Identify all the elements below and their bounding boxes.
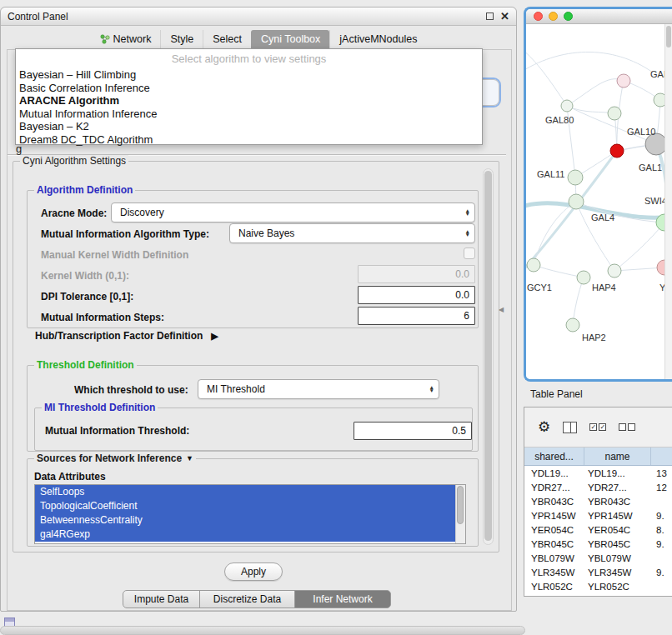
splitter-collapse-icon[interactable]: ◀ — [499, 306, 504, 313]
attribute-item-gal4rgexp[interactable]: gal4RGexp — [35, 528, 455, 542]
settings-scrollbar[interactable] — [483, 168, 494, 545]
network-graph[interactable]: GALGAL80GAL10GAL11GAL1SWI4GAL4GCY1HAP4YH… — [526, 24, 672, 379]
scrollbar-thumb[interactable] — [484, 171, 492, 541]
mi-steps-input[interactable]: 6 — [358, 307, 475, 325]
mi-threshold-definition-group: MI Threshold Definition Mutual Informati… — [34, 408, 473, 451]
which-threshold-label: Which threshold to use: — [74, 384, 188, 396]
network-edge[interactable] — [567, 79, 624, 106]
threshold-type-select[interactable]: MI Threshold ▲▼ — [198, 379, 439, 399]
table-row[interactable]: YDR27... YDR27... 12 — [524, 480, 672, 494]
expand-right-triangle-icon[interactable]: ▶ — [211, 331, 218, 342]
checked-boxes-icon[interactable]: ✓ ✓ — [589, 423, 606, 431]
table-row[interactable]: YLR052C YLR052C — [524, 579, 672, 593]
combo-stepper-icon: ▲▼ — [465, 209, 470, 217]
scrollbar-thumb[interactable] — [457, 486, 464, 524]
checked-box-icon: ✓ — [599, 423, 606, 431]
tab-style[interactable]: Style — [160, 30, 203, 49]
column-header-extra[interactable] — [651, 448, 672, 465]
node-label: GCY1 — [527, 282, 552, 292]
table-row[interactable]: YLR345W YLR345W 9. — [524, 565, 672, 579]
hub-transcription-section[interactable]: Hub/Transcription Factor Definition ▶ — [35, 330, 218, 342]
column-selector-icon[interactable] — [563, 422, 577, 433]
node-label: GAL4 — [591, 212, 614, 222]
aracne-mode-value: Discovery — [120, 207, 164, 218]
network-view-window: GALGAL80GAL10GAL11GAL1SWI4GAL4GCY1HAP4YH… — [524, 7, 672, 382]
GAL4-node[interactable] — [569, 194, 584, 209]
data-attributes-list: SelfLoops TopologicalCoefficient Between… — [34, 484, 466, 544]
unchecked-boxes-icon[interactable] — [619, 423, 635, 431]
attribute-item-selfloops[interactable]: SelfLoops — [35, 485, 455, 499]
node-label: GAL10 — [627, 127, 655, 137]
HAP4-node[interactable] — [577, 271, 590, 284]
network-node[interactable] — [561, 100, 573, 112]
algorithm-option-aracne[interactable]: ARACNE Algorithm — [16, 94, 482, 108]
control-panel-titlebar[interactable]: Control Panel ✕ — [1, 8, 516, 26]
minimize-traffic-light-icon[interactable] — [549, 12, 558, 21]
attributes-list-scrollbar[interactable] — [455, 485, 465, 543]
tab-cyni-toolbox[interactable]: Cyni Toolbox — [251, 30, 329, 49]
column-header-shared-name[interactable]: shared... — [524, 448, 584, 465]
algorithm-option-basic-correlation[interactable]: Basic Correlation Inference — [16, 82, 482, 95]
combo-stepper-icon: ▲▼ — [465, 230, 470, 238]
dpi-tolerance-label: DPI Tolerance [0,1]: — [41, 291, 133, 302]
tab-discretize-data[interactable]: Discretize Data — [199, 590, 295, 608]
table-row[interactable]: YER054C YER054C 8. — [524, 522, 672, 537]
unchecked-box-icon — [628, 423, 635, 431]
network-node[interactable] — [617, 74, 630, 88]
GAL10-node[interactable] — [610, 144, 624, 158]
network-edge[interactable] — [573, 278, 584, 325]
tab-network[interactable]: Network — [91, 30, 161, 49]
manual-kernel-checkbox[interactable] — [464, 248, 475, 259]
algorithm-option-dream8[interactable]: Dream8 DC_TDC Algorithm — [16, 133, 482, 147]
attribute-item-betweennesscentrality[interactable]: BetweennessCentrality — [35, 513, 455, 528]
zoom-traffic-light-icon[interactable] — [564, 12, 573, 21]
table-row[interactable]: YPR145W YPR145W 9. — [524, 508, 672, 522]
tab-infer-network[interactable]: Infer Network — [294, 590, 391, 608]
collapse-down-triangle-icon[interactable]: ▼ — [186, 454, 193, 462]
network-edge[interactable] — [614, 222, 664, 271]
algorithm-option-bayesian-hill-climbing[interactable]: Bayesian – Hill Climbing — [16, 68, 482, 82]
sources-group-title[interactable]: Sources for Network Inference ▼ — [34, 452, 196, 464]
table-row[interactable]: YBR045C YBR045C 9. — [524, 537, 672, 551]
HAP2-node[interactable] — [566, 318, 579, 332]
table-row[interactable]: YBR043C YBR043C — [524, 494, 672, 508]
data-attributes-label: Data Attributes — [34, 471, 106, 482]
gear-icon[interactable]: ⚙ — [538, 420, 550, 434]
algorithm-option-bayesian-k2[interactable]: Bayesian – K2 — [16, 120, 482, 133]
dpi-tolerance-input[interactable]: 0.0 — [358, 286, 475, 304]
network-node[interactable] — [608, 107, 621, 120]
network-scrollbar[interactable] — [664, 24, 672, 379]
close-icon[interactable]: ✕ — [500, 12, 509, 22]
control-panel-window: Control Panel ✕ Network Style Select Cyn… — [0, 7, 517, 612]
tab-select[interactable]: Select — [203, 30, 251, 49]
mi-threshold-label: Mutual Information Threshold: — [45, 425, 189, 437]
network-node[interactable] — [608, 264, 621, 278]
tab-impute-data[interactable]: Impute Data — [123, 590, 200, 608]
GCY1-node[interactable] — [527, 258, 540, 272]
algorithm-option-mutual-information[interactable]: Mutual Information Inference — [16, 108, 482, 121]
network-edge[interactable] — [526, 52, 653, 74]
mi-type-select[interactable]: Naive Bayes ▲▼ — [229, 223, 475, 243]
close-traffic-light-icon[interactable] — [534, 12, 543, 21]
mi-steps-label: Mutual Information Steps: — [41, 312, 164, 323]
network-canvas[interactable]: GALGAL80GAL10GAL11GAL1SWI4GAL4GCY1HAP4YH… — [526, 24, 672, 379]
tab-jactivemnodules[interactable]: jActiveMNodules — [329, 30, 426, 49]
network-window-titlebar[interactable] — [526, 9, 672, 24]
network-edge[interactable] — [534, 265, 584, 278]
aracne-mode-select[interactable]: Discovery ▲▼ — [111, 202, 475, 222]
cell-shared-name: YBL079W — [524, 553, 584, 563]
attribute-item-topologicalcoefficient[interactable]: TopologicalCoefficient — [35, 499, 455, 513]
combo-stepper-icon: ▲▼ — [429, 386, 434, 393]
table-row[interactable]: YBL079W YBL079W — [524, 551, 672, 565]
network-edge[interactable] — [526, 49, 567, 106]
GAL11-node[interactable] — [568, 170, 583, 185]
apply-button[interactable]: Apply — [224, 562, 283, 581]
cell-shared-name: YLR345W — [524, 568, 584, 578]
cell-name: YPR145W — [584, 511, 651, 521]
float-panel-icon[interactable] — [486, 12, 494, 20]
scrollbar-thumb[interactable] — [666, 26, 671, 48]
node-label: SWI4 — [644, 196, 667, 206]
mi-threshold-input[interactable]: 0.5 — [354, 422, 472, 440]
column-header-name[interactable]: name — [584, 448, 651, 465]
table-row[interactable]: YDL19... YDL19... 13 — [524, 466, 672, 480]
